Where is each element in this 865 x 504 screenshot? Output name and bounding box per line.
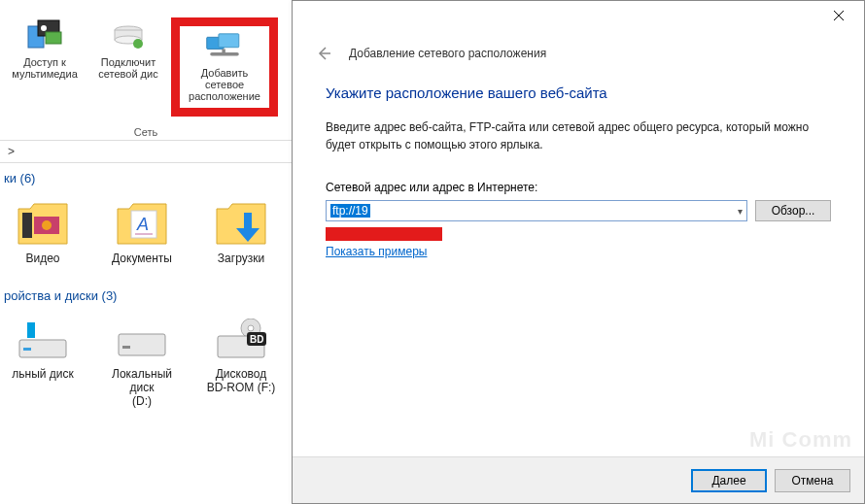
chevron-down-icon[interactable]: ▾ (738, 206, 743, 217)
close-icon (834, 11, 844, 20)
redacted-area (326, 227, 442, 241)
svg-rect-22 (122, 346, 130, 349)
svg-rect-19 (23, 348, 31, 351)
ribbon-map-network-drive[interactable]: Подключит сетевой дис (89, 17, 167, 117)
folder-label: Загрузки (218, 252, 264, 265)
cancel-button[interactable]: Отмена (775, 469, 850, 492)
devices-section-header[interactable]: ройства и диски (3) (0, 283, 292, 309)
ribbon-label: Добавить сетевое (186, 67, 263, 90)
folder-icon: A (116, 201, 168, 246)
folder-icon (17, 201, 69, 246)
svg-rect-20 (21, 322, 27, 338)
ribbon-add-network-location[interactable]: Добавить сетевое расположение (171, 17, 278, 117)
folder-label: Видео (25, 252, 59, 265)
optical-drive-icon: BD (214, 319, 268, 361)
svg-rect-11 (222, 49, 225, 52)
folders-section-header[interactable]: ки (6) (0, 165, 292, 191)
multimedia-icon (25, 17, 64, 52)
ribbon-label: мультимедиа (12, 68, 78, 80)
folder-documents[interactable]: A Документы (103, 201, 181, 265)
dialog-footer: Далее Отмена (293, 456, 864, 503)
wizard-description: Введите адрес веб-сайта, FTP-сайта или с… (326, 118, 831, 153)
folder-downloads[interactable]: Загрузки (202, 201, 280, 265)
ribbon-label: сетевой дис (98, 68, 157, 80)
watermark: Mi Comm (749, 427, 852, 453)
svg-rect-12 (22, 213, 32, 238)
svg-text:A: A (136, 215, 149, 234)
hard-drive-icon (16, 319, 70, 361)
show-examples-link[interactable]: Показать примеры (326, 245, 427, 258)
folder-videos[interactable]: Видео (4, 201, 82, 265)
svg-point-7 (133, 39, 143, 49)
dialog-title: Добавление сетевого расположения (349, 47, 546, 60)
ribbon-label: Подключит (101, 56, 156, 68)
folder-label: Документы (112, 252, 172, 265)
device-label: (D:) (132, 394, 152, 408)
svg-point-24 (248, 325, 254, 331)
svg-point-14 (42, 220, 52, 230)
device-label: Локальный диск (103, 367, 181, 394)
device-label: льный диск (12, 367, 74, 381)
network-drive-icon (109, 17, 148, 52)
next-button[interactable]: Далее (691, 469, 767, 492)
ribbon-multimedia-access[interactable]: Доступ к мультимедиа (6, 17, 84, 117)
arrow-left-icon (316, 46, 331, 61)
device-label: BD-ROM (F:) (207, 381, 276, 394)
device-label: Дисковод (216, 367, 267, 381)
svg-rect-9 (219, 34, 239, 48)
device-local-disk-1[interactable]: льный диск (4, 319, 82, 408)
device-bd-rom[interactable]: BD Дисковод BD-ROM (F:) (202, 319, 280, 408)
breadcrumb[interactable]: > (0, 140, 292, 163)
explorer-content: ки (6) Видео A Доку (0, 165, 292, 425)
wizard-heading: Укажите расположение вашего веб-сайта (326, 84, 831, 101)
svg-rect-21 (119, 334, 165, 355)
browse-button[interactable]: Обзор... (755, 200, 831, 221)
hard-drive-icon (115, 319, 169, 361)
add-network-location-wizard: Добавление сетевого расположения Укажите… (292, 0, 865, 504)
close-button[interactable] (817, 2, 860, 29)
svg-rect-3 (46, 32, 61, 44)
ribbon-group-label: Сеть (0, 126, 292, 138)
ribbon-label: Доступ к (23, 56, 66, 68)
svg-text:BD: BD (250, 334, 263, 345)
dialog-titlebar (293, 1, 864, 30)
address-value: ftp://19 (330, 204, 370, 218)
svg-point-2 (41, 25, 47, 31)
back-button[interactable] (310, 40, 337, 67)
ribbon-label: расположение (189, 90, 260, 102)
network-location-icon (205, 28, 244, 63)
ribbon-toolbar: Доступ к мультимедиа Подключит сетевой д… (0, 10, 292, 126)
address-field-label: Сетевой адрес или адрес в Интернете: (326, 181, 831, 194)
device-local-disk-d[interactable]: Локальный диск (D:) (103, 319, 181, 408)
address-combobox[interactable]: ftp://19 ▾ (326, 200, 747, 221)
folder-icon (215, 201, 267, 246)
